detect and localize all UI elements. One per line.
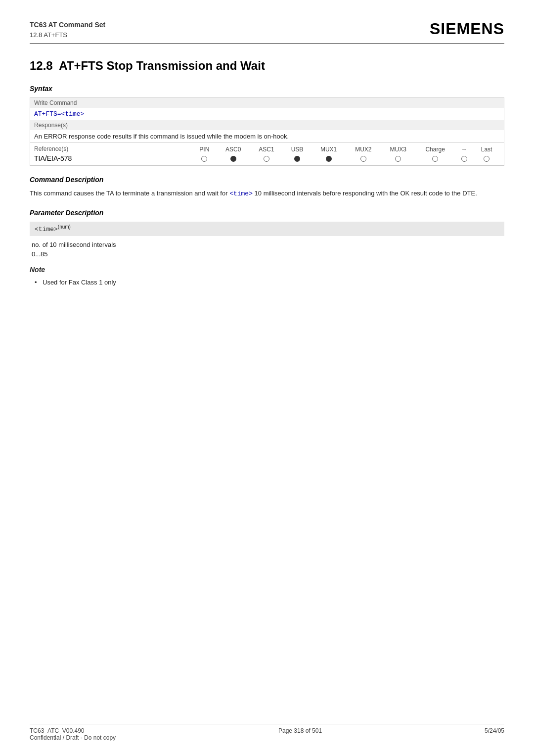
param-desc-text: no. of 10 millisecond intervals [30, 241, 504, 248]
cell-charge [415, 154, 455, 163]
references-row: Reference(s) TIA/EIA-578 PIN ASC0 ASC1 U… [30, 142, 504, 165]
ref-cols-data-row [192, 154, 500, 163]
list-item: Used for Fax Class 1 only [35, 278, 504, 288]
param-range: 0...85 [30, 250, 504, 258]
page-footer: TC63_ATC_V00.490 Confidential / Draft - … [30, 724, 504, 741]
cell-mux2 [346, 154, 381, 163]
header-divider [30, 43, 504, 44]
ref-cols-cell: PIN ASC0 ASC1 USB MUX1 MUX2 MUX3 Charge … [188, 142, 504, 165]
param-name-cell: <time>(num) [30, 222, 504, 236]
col-arrow: → [455, 145, 473, 154]
circle-asc1 [264, 156, 269, 162]
note-list: Used for Fax Class 1 only [30, 278, 504, 288]
header-left: TC63 AT Command Set 12.8 AT+FTS [30, 20, 105, 40]
reference-value: TIA/EIA-578 [34, 154, 184, 162]
cell-mux1 [311, 154, 346, 163]
circle-charge [432, 156, 438, 162]
doc-title: TC63 AT Command Set [30, 20, 105, 30]
write-command-label-row: Write Command [30, 97, 504, 108]
param-table: <time>(num) [30, 222, 504, 236]
response-text-row: An ERROR response code results if this c… [30, 130, 504, 143]
col-mux2: MUX2 [346, 145, 381, 154]
col-asc1: ASC1 [250, 145, 283, 154]
circle-last [484, 156, 490, 162]
param-desc-heading: Parameter Description [30, 209, 504, 217]
param-row: <time>(num) [30, 222, 504, 236]
syntax-table: Write Command AT+FTS=<time> Response(s) … [30, 97, 504, 166]
col-mux3: MUX3 [381, 145, 415, 154]
ref-cols-header-row: PIN ASC0 ASC1 USB MUX1 MUX2 MUX3 Charge … [192, 145, 500, 154]
cmd-desc-text: This command causes the TA to terminate … [30, 189, 504, 199]
col-pin: PIN [192, 145, 217, 154]
cell-mux3 [381, 154, 415, 163]
page: TC63 AT Command Set 12.8 AT+FTS SIEMENS … [0, 0, 534, 756]
response-text: An ERROR response code results if this c… [30, 130, 504, 143]
cmd-desc-heading: Command Description [30, 176, 504, 184]
cell-arrow [455, 154, 473, 163]
circle-usb [294, 156, 300, 162]
responses-label: Response(s) [30, 120, 504, 130]
circle-asc0 [230, 156, 236, 162]
references-label: Reference(s) TIA/EIA-578 [30, 142, 188, 165]
footer-confidential: Confidential / Draft - Do not copy [30, 734, 116, 741]
write-command-label: Write Command [30, 97, 504, 108]
circle-pin [201, 156, 207, 162]
time-code-ref: <time> [229, 190, 253, 197]
col-last: Last [473, 145, 500, 154]
footer-page: Page 318 of 501 [278, 727, 322, 741]
ref-cols-table: PIN ASC0 ASC1 USB MUX1 MUX2 MUX3 Charge … [192, 145, 500, 163]
col-usb: USB [283, 145, 312, 154]
responses-label-row: Response(s) [30, 120, 504, 130]
col-charge: Charge [415, 145, 455, 154]
page-header: TC63 AT Command Set 12.8 AT+FTS SIEMENS [30, 20, 504, 40]
syntax-heading: Syntax [30, 85, 504, 93]
cell-usb [283, 154, 312, 163]
cell-pin [192, 154, 217, 163]
section-heading: 12.8 AT+FTS Stop Transmission and Wait [30, 59, 504, 73]
write-command-row: AT+FTS=<time> [30, 108, 504, 120]
circle-mux2 [360, 156, 366, 162]
param-superscript: (num) [58, 224, 71, 230]
cell-asc0 [217, 154, 250, 163]
write-command-code: AT+FTS=<time> [30, 108, 504, 120]
brand-name: SIEMENS [430, 20, 504, 38]
cell-last [473, 154, 500, 163]
footer-date: 5/24/05 [485, 727, 504, 741]
circle-arrow [461, 156, 467, 162]
circle-mux1 [326, 156, 332, 162]
doc-subtitle: 12.8 AT+FTS [30, 30, 105, 40]
footer-left: TC63_ATC_V00.490 Confidential / Draft - … [30, 727, 116, 741]
footer-doc-id: TC63_ATC_V00.490 [30, 727, 116, 734]
col-mux1: MUX1 [311, 145, 346, 154]
col-asc0: ASC0 [217, 145, 250, 154]
note-heading: Note [30, 266, 504, 274]
cell-asc1 [250, 154, 283, 163]
circle-mux3 [395, 156, 401, 162]
